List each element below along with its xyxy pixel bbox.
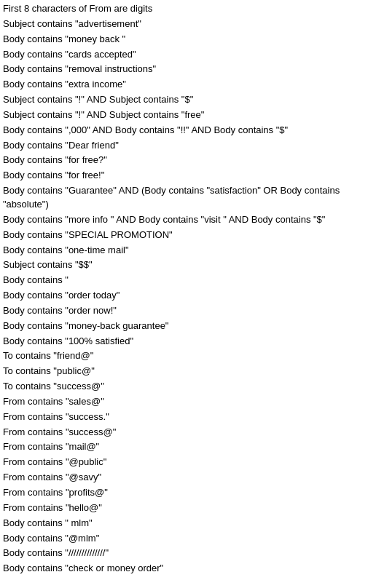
list-item: Body contains "for free!" <box>3 168 365 183</box>
list-item: Body contains "//////////////" <box>3 546 365 561</box>
list-item: Body contains " mlm" <box>3 516 365 531</box>
list-item: Body contains "Guarantee" AND (Body cont… <box>3 183 365 212</box>
list-item: To contains "friend@" <box>3 349 365 364</box>
list-item: From contains "success@" <box>3 425 365 440</box>
list-item: Body contains "100% satisfied" <box>3 334 365 349</box>
list-item: Body contains "for free?" <box>3 153 365 168</box>
list-item: From contains "@public" <box>3 455 365 470</box>
list-item: From contains "mail@" <box>3 440 365 455</box>
list-item: Subject contains "!" AND Subject contain… <box>3 108 365 123</box>
list-item: Body contains "removal instructions" <box>3 62 365 77</box>
list-item: Body contains "more info " AND Body cont… <box>3 212 365 228</box>
list-item: Body contains "@mlm" <box>3 531 365 547</box>
list-item: To contains "success@" <box>3 379 365 394</box>
list-item: Body contains "order today" <box>3 288 365 303</box>
list-item: Body contains "check or money order" <box>3 561 365 576</box>
list-item: Body contains "money-back guarantee" <box>3 319 365 334</box>
list-item: Body contains "one-time mail" <box>3 243 365 258</box>
list-item: From contains "hello@" <box>3 501 365 516</box>
list-item: First 8 characters of From are digits <box>3 1 365 17</box>
list-item: Body contains "extra income" <box>3 77 365 92</box>
list-item: From contains "success." <box>3 410 365 425</box>
list-item: To contains "public@" <box>3 364 365 379</box>
list-item: From contains "profits@" <box>3 485 365 501</box>
list-item: Body contains "money back " <box>3 32 365 47</box>
list-item: Body contains "SPECIAL PROMOTION" <box>3 228 365 243</box>
rules-list: First 8 characters of From are digitsSub… <box>3 1 365 576</box>
list-item: Subject contains "!" AND Subject contain… <box>3 92 365 108</box>
list-item: Body contains "cards accepted" <box>3 47 365 63</box>
list-item: Body contains "Dear friend" <box>3 138 365 154</box>
list-item: From contains "@savy" <box>3 470 365 485</box>
list-item: Subject contains "advertisement" <box>3 17 365 32</box>
list-item: Subject contains "$$" <box>3 258 365 273</box>
list-item: Body contains " <box>3 273 365 288</box>
list-item: Body contains "order now!" <box>3 303 365 319</box>
list-item: From contains "sales@" <box>3 394 365 410</box>
list-item: Body contains ",000" AND Body contains "… <box>3 123 365 138</box>
